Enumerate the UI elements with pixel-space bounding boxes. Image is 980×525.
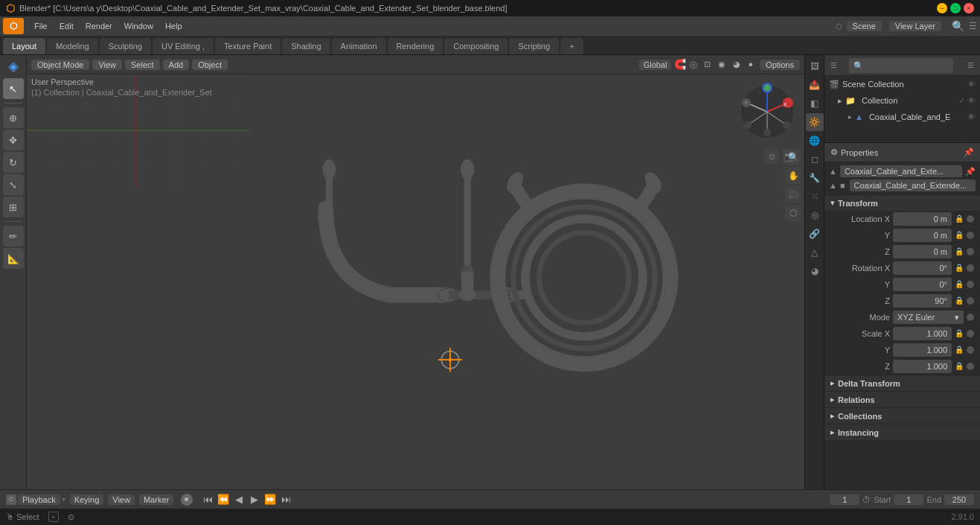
rotation-y-field[interactable]: 0° [893, 278, 952, 291]
location-y-keyframe[interactable] [967, 232, 974, 239]
scale-x-lock[interactable]: 🔒 [955, 329, 964, 338]
collection-item[interactable]: ▸ 📁 Collection ✓ 👁 [824, 92, 980, 109]
header-filter-icon[interactable]: ☰ [969, 21, 977, 31]
navigation-gizmo[interactable]: X Y Z [737, 82, 797, 141]
scale-x-field[interactable]: 1.000 [893, 327, 952, 340]
rendered-btn[interactable]: ● [744, 58, 757, 71]
location-y-field[interactable]: 0 m [893, 229, 952, 242]
constraints-icon[interactable]: 🔗 [806, 225, 824, 243]
instancing-header[interactable]: ▸ Instancing [824, 424, 980, 440]
rotate-tool[interactable]: ↻ [3, 152, 24, 173]
props-pin-icon[interactable]: 📌 [964, 147, 974, 157]
perspective-ortho-btn[interactable]: ⬡ [785, 205, 801, 221]
viewport-3d[interactable]: User Perspective (1) Collection | Coaxia… [27, 74, 804, 489]
tab-compositing[interactable]: Compositing [444, 38, 507, 54]
menu-window[interactable]: Window [118, 18, 159, 34]
outliner-search-input[interactable] [849, 58, 953, 73]
select-tool[interactable]: ↖ [3, 78, 24, 99]
end-frame-field[interactable]: 250 [944, 494, 974, 505]
move-tool[interactable]: ✥ [3, 130, 24, 150]
object-selector-pin[interactable]: 📌 [965, 167, 976, 176]
scale-tool[interactable]: ⤡ [3, 174, 24, 195]
tab-modeling[interactable]: Modeling [47, 38, 98, 54]
output-props-icon[interactable]: 📤 [806, 76, 824, 94]
object-props-icon[interactable]: ◻ [806, 150, 824, 168]
tab-animation[interactable]: Animation [332, 38, 386, 54]
collections-header[interactable]: ▸ Collections [824, 408, 980, 424]
minimize-button[interactable]: – [937, 3, 947, 13]
mesh-item[interactable]: ▸ ▲ Coaxial_Cable_and_E 👁 [824, 109, 980, 125]
location-z-field[interactable]: 0 m [893, 245, 952, 258]
mesh-eye-icon[interactable]: 👁 [967, 112, 976, 121]
location-y-lock[interactable]: 🔒 [955, 231, 964, 240]
prev-keyframe-btn[interactable]: ⏪ [216, 492, 231, 507]
collection-eye-icon[interactable]: 👁 [967, 96, 976, 106]
scene-props-icon[interactable]: 🔆 [806, 113, 824, 131]
playback-dropdown[interactable]: Playback [18, 494, 60, 505]
rotation-mode-dropdown[interactable]: XYZ Euler ▾ [893, 311, 964, 324]
rotation-z-field[interactable]: 90° [893, 294, 952, 308]
jump-end-btn[interactable]: ⏭ [278, 492, 293, 507]
view-layer-selector[interactable]: View Layer [889, 21, 941, 31]
rotation-z-lock[interactable]: 🔒 [955, 296, 964, 305]
collection-vis-icon[interactable]: ✓ [958, 96, 965, 106]
options-btn[interactable]: Options [760, 60, 800, 70]
particles-icon[interactable]: ⁙ [806, 188, 824, 206]
material-btn[interactable]: ◕ [729, 58, 744, 71]
scale-y-keyframe[interactable] [967, 346, 974, 354]
tab-layout[interactable]: Layout [3, 38, 45, 54]
tab-uv-editing[interactable]: UV Editing , [153, 38, 214, 54]
rotation-z-keyframe[interactable] [967, 297, 974, 305]
visibility-icon[interactable]: 👁 [967, 80, 976, 89]
view-layer-props-icon[interactable]: ◧ [806, 95, 824, 112]
scale-y-lock[interactable]: 🔒 [955, 346, 964, 354]
zoom-to-fit-btn[interactable]: ⊙ [764, 149, 779, 164]
location-z-lock[interactable]: 🔒 [955, 247, 964, 256]
tab-texture-paint[interactable]: Texture Paint [215, 38, 281, 54]
header-search-icon[interactable]: 🔍 [952, 20, 964, 32]
relations-header[interactable]: ▸ Relations [824, 392, 980, 407]
scale-z-lock[interactable]: 🔒 [955, 362, 964, 371]
scale-z-field[interactable]: 1.000 [893, 360, 952, 373]
jump-start-btn[interactable]: ⏮ [200, 492, 215, 507]
rotation-y-lock[interactable]: 🔒 [955, 280, 964, 289]
close-button[interactable]: × [964, 3, 974, 13]
scale-y-field[interactable]: 1.000 [893, 343, 952, 357]
modifier-props-icon[interactable]: 🔧 [806, 169, 824, 187]
location-x-keyframe[interactable] [967, 215, 974, 223]
scale-z-keyframe[interactable] [967, 363, 974, 370]
tab-sculpting[interactable]: Sculpting [100, 38, 151, 54]
measure-tool[interactable]: 📐 [3, 248, 24, 269]
rotation-y-keyframe[interactable] [967, 281, 974, 288]
next-keyframe-btn[interactable]: ⏩ [263, 492, 278, 507]
view-menu[interactable]: View [92, 60, 122, 70]
menu-file[interactable]: File [28, 18, 54, 34]
camera-view-btn[interactable]: 🎥 [785, 186, 801, 203]
data-props-icon[interactable]: △ [806, 244, 824, 261]
object-mode-dropdown[interactable]: Object Mode [31, 60, 89, 70]
record-button[interactable]: ⏺ [181, 494, 193, 506]
menu-render[interactable]: Render [80, 18, 118, 34]
object-selector[interactable]: Coaxial_Cable_and_Exte... [840, 165, 962, 177]
tab-rendering[interactable]: Rendering [388, 38, 443, 54]
start-frame-field[interactable]: 1 [894, 494, 923, 505]
location-z-keyframe[interactable] [967, 248, 974, 255]
location-x-lock[interactable]: 🔒 [955, 214, 964, 223]
scale-x-keyframe[interactable] [967, 330, 974, 337]
world-props-icon[interactable]: 🌐 [806, 132, 824, 150]
add-menu[interactable]: Add [163, 60, 190, 70]
menu-edit[interactable]: Edit [54, 18, 80, 34]
outliner-filter-icon[interactable]: ☰ [967, 61, 974, 69]
transform-orientation[interactable]: Global [639, 60, 672, 70]
scene-selector[interactable]: Scene [847, 21, 882, 31]
proportional-edit-icon[interactable]: ◎ [689, 59, 697, 70]
annotate-tool[interactable]: ✏ [3, 226, 24, 246]
menu-help[interactable]: Help [159, 18, 188, 34]
object-menu[interactable]: Object [192, 60, 228, 70]
play-btn[interactable]: ▶ [247, 492, 262, 507]
render-props-icon[interactable]: 🖼 [806, 57, 824, 75]
current-frame-field[interactable]: 1 [830, 494, 859, 505]
maximize-button[interactable]: □ [950, 3, 961, 13]
transform-tool[interactable]: ⊞ [3, 197, 24, 217]
cursor-tool[interactable]: ⊕ [3, 107, 24, 128]
